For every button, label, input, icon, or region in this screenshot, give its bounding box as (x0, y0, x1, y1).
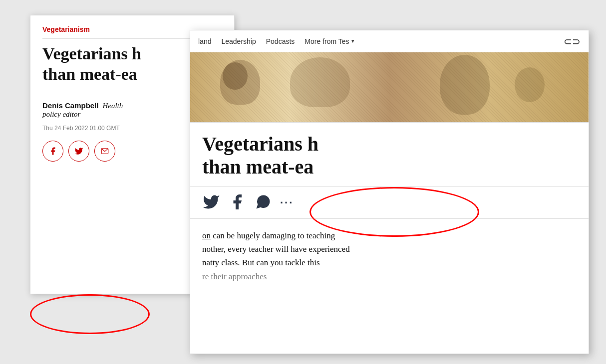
twitter-icon-large (202, 193, 220, 211)
share-row-front: ··· (190, 186, 589, 219)
more-dots-icon: ··· (280, 196, 294, 209)
nav-item-land[interactable]: land (198, 37, 211, 45)
front-card-title: Vegetarians hthan meat-ea (202, 133, 577, 179)
nav-bar: land Leadership Podcasts More from Tes ▾… (190, 30, 589, 52)
more-from-tes-label: More from Tes (304, 37, 349, 45)
email-icon (101, 148, 109, 154)
facebook-share-button-front[interactable] (228, 193, 246, 212)
author-role: Health (103, 102, 123, 110)
whatsapp-share-button-front[interactable] (254, 193, 272, 212)
oval-annotation-back (30, 294, 150, 334)
more-share-button-front[interactable]: ··· (280, 196, 294, 209)
nav-item-more[interactable]: More from Tes ▾ (304, 37, 354, 45)
article-body-link[interactable]: on (202, 231, 211, 240)
article-title-area: Vegetarians hthan meat-ea (190, 123, 589, 186)
nav-item-podcasts[interactable]: Podcasts (266, 37, 295, 45)
email-share-button[interactable] (94, 141, 115, 162)
user-icon[interactable]: ⊂⊃ (564, 35, 581, 47)
chevron-down-icon: ▾ (351, 38, 354, 44)
front-card: land Leadership Podcasts More from Tes ▾… (190, 30, 589, 354)
twitter-share-button[interactable] (68, 141, 89, 162)
article-image (190, 52, 589, 122)
twitter-icon (74, 147, 83, 156)
whatsapp-icon-large (254, 193, 272, 211)
author-name[interactable]: Denis Campbell (42, 101, 99, 110)
article-body: on can be hugely damaging to teaching no… (190, 219, 589, 293)
facebook-icon (48, 147, 57, 156)
nav-item-leadership[interactable]: Leadership (221, 37, 256, 45)
facebook-share-button[interactable] (42, 141, 63, 162)
twitter-share-button-front[interactable] (202, 193, 220, 212)
facebook-icon-large (228, 193, 246, 211)
